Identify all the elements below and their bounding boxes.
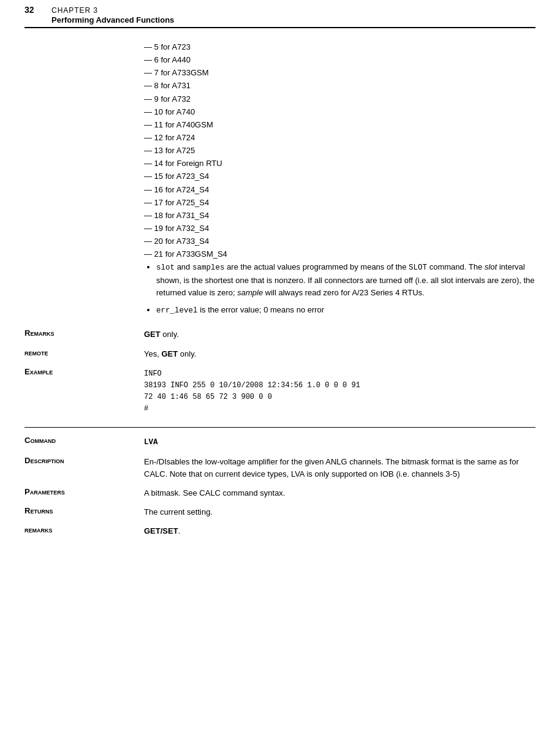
lva-remarks-content: GET/SET. (144, 523, 535, 542)
bullet-item-1: slot and samples are the actual values p… (156, 261, 535, 299)
command-code: LVA (144, 438, 158, 447)
returns-text: The current setting. (144, 507, 213, 516)
lva-remarks-text: GET/SET. (144, 526, 180, 535)
bullet1-text4: will always read zero for A/23 Series 4 … (265, 288, 425, 297)
command-label-text: Command (25, 436, 56, 445)
bullet1-italic2: sample (237, 288, 263, 297)
description-row: Description En-/DIsables the low-voltage… (25, 454, 535, 485)
bullet-list: slot and samples are the actual values p… (144, 261, 535, 317)
list-item: — 11 for A740GSM (144, 119, 535, 131)
list-items-row: — 5 for A723 — 6 for A440 — 7 for A733GS… (25, 39, 535, 327)
description-text: En-/DIsables the low-voltage amplifier f… (144, 457, 519, 479)
returns-content: The current setting. (144, 504, 535, 523)
page-header: 32 CHAPTER 3 Performing Advanced Functio… (25, 0, 535, 28)
content-table: — 5 for A723 — 6 for A440 — 7 for A733GS… (25, 39, 535, 420)
parameters-content: A bitmask. See CALC command syntax. (144, 485, 535, 504)
lva-remarks-label-text: remarks (25, 525, 53, 534)
list-item: — 12 for A724 (144, 132, 535, 144)
bullet-item-2: err_level is the error value; 0 means no… (156, 304, 535, 317)
list-item: — 17 for A725_S4 (144, 197, 535, 209)
list-item: — 14 for Foreign RTU (144, 157, 535, 170)
bullet1-text2: command. The (429, 262, 485, 271)
returns-row: Returns The current setting. (25, 504, 535, 523)
page-number: 32 (25, 5, 42, 15)
example-label: Example (25, 365, 144, 420)
lva-remarks-row: remarks GET/SET. (25, 523, 535, 542)
list-item: — 21 for A733GSM_S4 (144, 248, 535, 260)
description-label-text: Description (25, 456, 64, 465)
lva-separator (25, 427, 535, 428)
bullet2-code: err_level (156, 305, 198, 314)
remarks-row: Remarks GET only. (25, 327, 535, 346)
description-content: En-/DIsables the low-voltage amplifier f… (144, 454, 535, 485)
example-code: INFO 38193 INFO 255 0 10/10/2008 12:34:5… (144, 368, 535, 415)
list-item: — 13 for A725 (144, 145, 535, 157)
bullet2-text: is the error value; 0 means no error (200, 305, 324, 314)
description-label: Description (25, 454, 144, 485)
remote-label: Remote (25, 346, 144, 365)
numbered-list: — 5 for A723 — 6 for A440 — 7 for A733GS… (144, 41, 535, 260)
example-row: Example INFO 38193 INFO 255 0 10/10/2008… (25, 365, 535, 420)
command-row: Command LVA (25, 434, 535, 453)
list-item: — 6 for A440 (144, 54, 535, 66)
remarks-label: Remarks (25, 327, 144, 346)
header-left: CHAPTER 3 Performing Advanced Functions (51, 6, 174, 25)
list-item: — 9 for A732 (144, 93, 535, 105)
list-item: — 7 for A733GSM (144, 67, 535, 79)
bullet1-and: and (177, 262, 192, 271)
lva-table: Command LVA Description En-/DIsables the… (25, 434, 535, 542)
bullet1-code1: slot (156, 262, 175, 271)
remote-content: Yes, GET only. (144, 346, 535, 365)
remarks-content: GET only. (144, 327, 535, 346)
list-item: — 15 for A723_S4 (144, 170, 535, 183)
list-item: — 10 for A740 (144, 106, 535, 118)
list-label-empty (25, 39, 144, 327)
returns-label: Returns (25, 504, 144, 523)
bullet1-code2: samples (192, 262, 225, 271)
lva-remarks-label: remarks (25, 523, 144, 542)
bullet1-text1: are the actual values programmed by mean… (227, 262, 409, 271)
remote-row: Remote Yes, GET only. (25, 346, 535, 365)
parameters-row: Parameters A bitmask. See CALC command s… (25, 485, 535, 504)
remarks-label-text: Remarks (25, 328, 54, 338)
example-content: INFO 38193 INFO 255 0 10/10/2008 12:34:5… (144, 365, 535, 420)
list-item: — 20 for A733_S4 (144, 235, 535, 248)
list-item: — 8 for A731 (144, 80, 535, 92)
list-item: — 18 for A731_S4 (144, 210, 535, 222)
example-label-text: Example (25, 367, 53, 376)
page: 32 CHAPTER 3 Performing Advanced Functio… (0, 0, 560, 734)
remote-label-text: Remote (25, 348, 48, 357)
list-item: — 5 for A723 (144, 41, 535, 53)
command-value: LVA (144, 434, 535, 453)
returns-label-text: Returns (25, 506, 53, 515)
remote-yes: Yes, GET only. (144, 349, 196, 358)
parameters-label-text: Parameters (25, 487, 65, 496)
chapter-label: CHAPTER 3 (51, 6, 174, 15)
command-label: Command (25, 434, 144, 453)
chapter-subtitle: Performing Advanced Functions (51, 15, 174, 25)
list-items-content: — 5 for A723 — 6 for A440 — 7 for A733GS… (144, 39, 535, 327)
bullet1-code3: SLOT (409, 262, 427, 271)
bullet1-italic1: slot (485, 262, 497, 271)
parameters-text: A bitmask. See CALC command syntax. (144, 488, 285, 498)
parameters-label: Parameters (25, 485, 144, 504)
remarks-get: GET only. (144, 330, 179, 339)
list-item: — 16 for A724_S4 (144, 184, 535, 196)
list-item: — 19 for A732_S4 (144, 222, 535, 235)
